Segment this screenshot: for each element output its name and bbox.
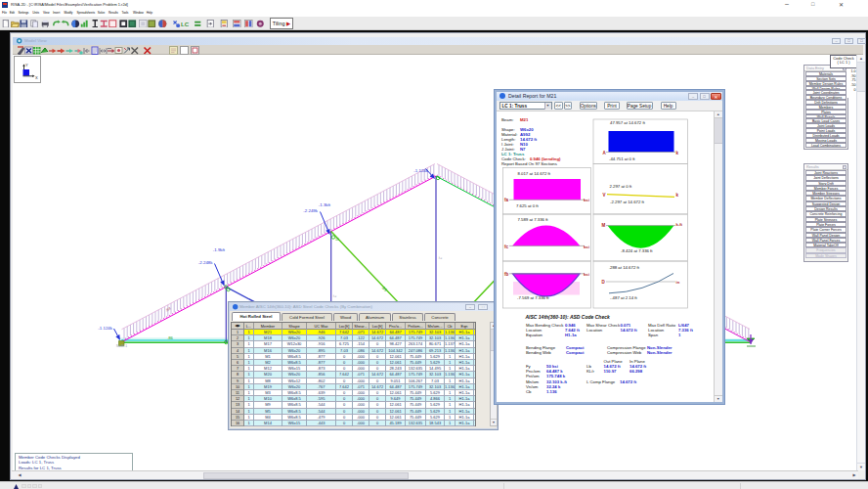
svg-text:ksi: ksi [584, 198, 589, 202]
svg-text:Report Based On 97 Sections: Report Based On 97 Sections [501, 161, 557, 166]
svg-text:Y: Y [25, 62, 28, 67]
svg-text:-2.248k: -2.248k [198, 260, 213, 265]
svg-text:H1-1a: H1-1a [565, 333, 577, 337]
svg-text:-1.124k: -1.124k [413, 168, 428, 173]
svg-text:14.672 ft: 14.672 ft [621, 328, 638, 333]
svg-text:AISC 14th(360-10): ASD Code Ch: AISC 14th(360-10): ASD Code Check [525, 314, 610, 320]
svg-text:fc: fc [504, 244, 508, 249]
svg-text:M: M [602, 223, 606, 228]
svg-text:KL/r: KL/r [586, 369, 594, 374]
svg-text:-.487 at 2.14 ft: -.487 at 2.14 ft [610, 295, 638, 300]
svg-text:k: k [676, 193, 679, 198]
svg-text:Location: Location [586, 328, 603, 333]
svg-text:7.589 at 7.336 ft: 7.589 at 7.336 ft [518, 217, 549, 222]
svg-text:-8.424 at 7.336 ft: -8.424 at 7.336 ft [621, 248, 653, 253]
svg-text:8.017 at 14.672 ft: 8.017 at 14.672 ft [518, 171, 551, 176]
svg-text:Bending Web: Bending Web [526, 350, 551, 355]
svg-text:Beam:: Beam: [501, 117, 513, 122]
svg-text:M21: M21 [520, 117, 529, 122]
svg-text:Out Plane: Out Plane [604, 359, 624, 364]
svg-text:7.625 at 0 ft: 7.625 at 0 ft [516, 203, 540, 208]
svg-text:In Plane: In Plane [629, 359, 645, 364]
svg-text:-7.569 at 7.336 ft: -7.569 at 7.336 ft [517, 295, 549, 300]
svg-text:.2: .2 [438, 256, 442, 259]
svg-text:-2.249k: -2.249k [303, 208, 318, 213]
svg-text:ksi: ksi [584, 244, 589, 249]
svg-text:Non-Slender: Non-Slender [647, 350, 673, 355]
svg-text:fb: fb [504, 272, 508, 277]
svg-text:-1.9kft: -1.9kft [213, 247, 226, 252]
svg-text:110.97: 110.97 [604, 369, 618, 374]
svg-text:-1.3kft: -1.3kft [319, 202, 331, 207]
svg-text:-2.297 at 14.672 ft: -2.297 at 14.672 ft [610, 200, 645, 204]
svg-text:2.297 at 0 ft: 2.297 at 0 ft [610, 184, 633, 189]
svg-text:LC: LC [181, 20, 190, 26]
svg-text:X: X [35, 75, 38, 80]
svg-text:Span: Span [648, 333, 659, 337]
svg-text:47.957 at 14.672 ft: 47.957 at 14.672 ft [610, 120, 646, 125]
svg-text:Compression Web: Compression Web [607, 350, 642, 355]
svg-text:fa: fa [504, 198, 508, 202]
svg-text:.288 at 14.672 ft: .288 at 14.672 ft [609, 265, 640, 270]
svg-text:-44.751 at 0 ft: -44.751 at 0 ft [609, 156, 635, 161]
svg-text:L Comp Flange: L Comp Flange [586, 379, 616, 384]
svg-text:.86: .86 [167, 335, 173, 340]
svg-text:Equation: Equation [526, 333, 543, 337]
svg-text:V: V [603, 193, 606, 198]
svg-text:.2: .2 [332, 294, 336, 297]
svg-text:1: 1 [678, 333, 681, 337]
svg-text:A: A [603, 151, 607, 156]
svg-text:N=48.1: N=48.1 [116, 344, 127, 348]
svg-text:k-ft: k-ft [676, 222, 683, 227]
svg-text:D: D [602, 280, 606, 285]
svg-text:Cb: Cb [526, 389, 532, 394]
svg-text:k: k [676, 151, 679, 156]
svg-text:ksi: ksi [584, 272, 589, 277]
svg-text:14.672 ft: 14.672 ft [620, 379, 637, 384]
svg-text:1.136: 1.136 [546, 389, 557, 394]
svg-text:-1.124k: -1.124k [98, 326, 112, 331]
svg-text:66.298: 66.298 [629, 369, 643, 374]
svg-text:in: in [676, 280, 680, 285]
svg-text:11: 11 [335, 238, 339, 242]
svg-text:Compact: Compact [566, 350, 585, 355]
